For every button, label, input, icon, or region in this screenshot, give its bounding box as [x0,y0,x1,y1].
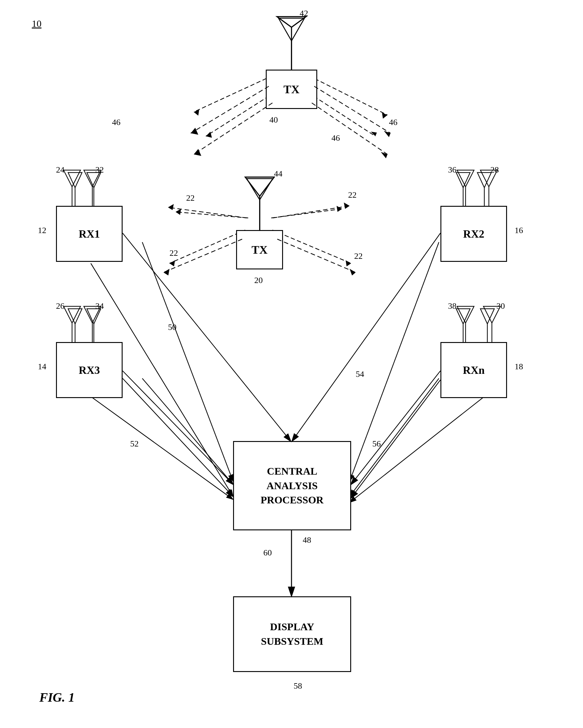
ref-52: 52 [130,439,139,449]
rxn-label: RXn [463,364,485,376]
svg-line-14 [176,212,248,218]
svg-marker-30 [68,309,82,324]
svg-marker-19 [337,206,342,212]
ref-50: 50 [168,322,177,332]
svg-line-18 [271,209,342,218]
diagram: 10 TX 40 42 46 46 46 TX 20 44 22 22 22 2… [0,0,583,728]
tx-mid-label: TX [251,243,268,256]
ref-30: 30 [497,301,505,311]
ref-16: 16 [514,226,523,235]
ref-12: 12 [38,226,46,235]
ref-58: 58 [294,681,302,691]
svg-line-44 [350,396,484,502]
svg-marker-32 [87,309,101,324]
ref-44: 44 [274,169,283,179]
svg-line-42 [350,242,439,481]
svg-marker-7 [194,110,199,115]
svg-line-38 [142,242,233,481]
ref-36: 36 [448,165,456,175]
ref-26: 26 [56,301,64,311]
svg-marker-21 [346,260,351,266]
ref-42: 42 [300,8,308,18]
svg-marker-24 [87,173,101,188]
ref-38: 38 [448,301,456,311]
display-box: DISPLAY SUBSYSTEM [233,596,351,672]
svg-line-6 [194,76,272,112]
ref-40: 40 [269,115,278,125]
ref-20: 20 [254,276,263,285]
svg-marker-15 [176,209,181,215]
ref-24: 24 [56,165,64,175]
svg-marker-17 [169,260,175,266]
svg-marker-11 [382,112,388,119]
ref-46b: 46 [389,118,397,127]
svg-line-43 [350,379,439,496]
tx-top-label: TX [284,83,300,96]
figure-label: FIG. 1 [39,690,75,705]
ref-22c: 22 [169,248,178,258]
ref-46c: 46 [332,133,340,143]
ref-56: 56 [372,439,381,449]
svg-line-41 [91,396,233,499]
svg-marker-12 [247,179,273,200]
rx1-label: RX1 [79,228,100,240]
ref-22a: 22 [186,193,195,203]
ref-32: 32 [95,165,104,175]
svg-marker-9 [371,132,377,136]
ref-34: 34 [95,301,104,311]
svg-marker-28 [477,173,491,188]
ref-22b: 22 [348,190,356,200]
display-label: DISPLAY SUBSYSTEM [261,620,323,648]
rx2-label: RX2 [463,228,484,240]
svg-marker-5 [206,132,212,138]
rx1-box: RX1 [56,206,123,262]
rx3-label: RX3 [79,364,100,376]
rxn-box: RXn [441,342,507,398]
ref-60: 60 [263,548,272,557]
ref-46a: 46 [112,118,121,127]
ref-54: 54 [356,369,364,379]
svg-marker-36 [480,309,494,324]
svg-marker-22 [68,173,82,188]
rx3-box: RX3 [56,342,123,398]
tx-top-box: TX [266,70,317,109]
ref-18: 18 [514,362,523,371]
svg-marker-34 [456,309,470,324]
ref-14: 14 [38,362,46,371]
svg-line-20 [272,230,351,263]
svg-line-10 [309,76,388,115]
ref-28: 28 [491,165,499,175]
svg-marker-2 [279,18,304,41]
cap-label: CENTRAL ANALYSIS PROCESSOR [261,464,324,507]
svg-line-16 [169,230,245,263]
cap-box: CENTRAL ANALYSIS PROCESSOR [233,441,351,530]
svg-marker-26 [456,173,470,188]
rx2-box: RX2 [441,206,507,262]
ref-22d: 22 [354,251,363,261]
tx-mid-box: TX [236,230,283,269]
ref-48: 48 [303,535,311,545]
ref-10: 10 [32,18,42,29]
svg-line-40 [142,379,233,484]
